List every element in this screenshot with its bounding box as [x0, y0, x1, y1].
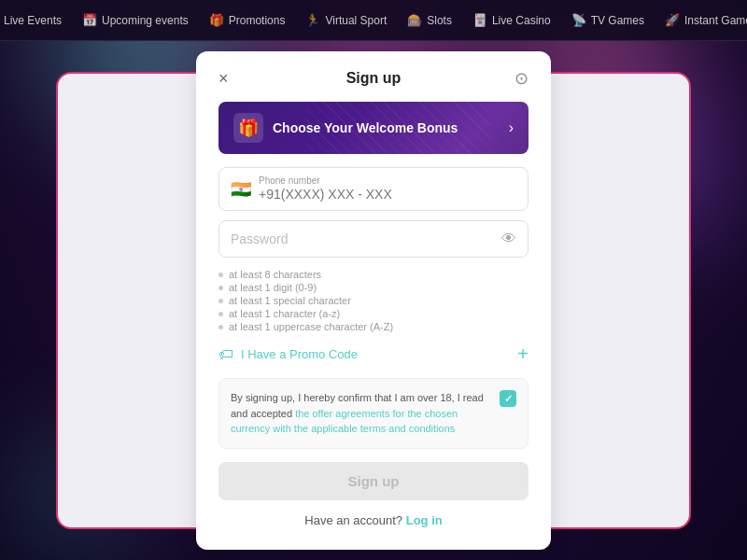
requirement-text: at least 1 uppercase character (A-Z) [229, 321, 393, 332]
requirement-dot [218, 286, 223, 290]
requirement-text: at least 1 special character [229, 295, 351, 306]
checkmark-icon: ✓ [504, 393, 513, 405]
nav-tv-games[interactable]: 📡 TV Games [564, 9, 652, 31]
requirement-text: at least 1 character (a-z) [229, 308, 340, 319]
terms-area: By signing up, I hereby confirm that I a… [218, 378, 529, 449]
promo-text: I Have a Promo Code [241, 347, 358, 361]
modal-header: × Sign up ⊙ [218, 70, 529, 87]
main-content: × Sign up ⊙ 🎁 Choose Your Welcome Bonus … [0, 41, 747, 560]
requirement-item: at least 1 digit (0-9) [218, 282, 529, 293]
terms-checkbox[interactable]: ✓ [500, 390, 516, 407]
requirement-item: at least 1 character (a-z) [218, 308, 529, 319]
requirement-dot [218, 273, 223, 277]
nav-slots[interactable]: 🎰 Slots [400, 9, 459, 31]
instant-games-icon: 🚀 [665, 13, 680, 27]
help-icon: ⊙ [514, 69, 529, 88]
nav-instant-games[interactable]: 🚀 Instant Games [657, 9, 747, 31]
nav-slots-label: Slots [427, 14, 452, 27]
india-flag-icon: 🇮🇳 [231, 181, 251, 198]
have-account-text: Have an account? [304, 513, 402, 527]
requirement-text: at least 8 characters [229, 269, 321, 280]
promotions-icon: 🎁 [209, 13, 224, 27]
requirement-item: at least 8 characters [218, 269, 529, 280]
promo-code-row: 🏷 I Have a Promo Code + [218, 343, 529, 365]
slots-icon: 🎰 [407, 13, 422, 27]
bonus-arrow-icon: › [509, 119, 514, 136]
password-requirements: at least 8 charactersat least 1 digit (0… [218, 269, 529, 332]
promo-icon: 🏷 [218, 346, 233, 363]
signup-modal: × Sign up ⊙ 🎁 Choose Your Welcome Bonus … [196, 51, 551, 550]
nav-instant-games-label: Instant Games [684, 14, 747, 27]
requirement-text: at least 1 digit (0-9) [229, 282, 317, 293]
requirement-dot [218, 325, 223, 329]
virtual-sport-icon: 🏃 [305, 13, 320, 27]
nav-tv-games-label: TV Games [591, 14, 644, 27]
login-link[interactable]: Log in [406, 513, 443, 527]
upcoming-events-icon: 📅 [82, 13, 97, 27]
nav-live-events[interactable]: ▶ Live Events [0, 9, 69, 31]
eye-icon[interactable]: 👁 [501, 231, 516, 247]
nav-promotions-label: Promotions [229, 14, 286, 27]
requirement-item: at least 1 special character [218, 295, 529, 306]
close-button[interactable]: × [218, 70, 229, 87]
help-button[interactable]: ⊙ [514, 68, 529, 89]
bonus-text: Choose Your Welcome Bonus [273, 120, 458, 135]
modal-title: Sign up [346, 70, 402, 87]
phone-input[interactable] [259, 187, 516, 202]
welcome-bonus-banner[interactable]: 🎁 Choose Your Welcome Bonus › [218, 102, 529, 154]
nav-live-casino[interactable]: 🃏 Live Casino [465, 9, 558, 31]
requirement-dot [218, 299, 223, 303]
signup-button[interactable]: Sign up [218, 462, 529, 500]
bonus-gift-icon: 🎁 [233, 113, 263, 143]
bonus-left: 🎁 Choose Your Welcome Bonus [233, 113, 458, 143]
requirement-dot [218, 312, 223, 316]
nav-upcoming-events-label: Upcoming events [102, 14, 189, 27]
phone-input-wrapper[interactable]: 🇮🇳 Phone number [218, 167, 529, 211]
nav-live-casino-label: Live Casino [492, 14, 551, 27]
outer-card: × Sign up ⊙ 🎁 Choose Your Welcome Bonus … [56, 72, 691, 529]
terms-text: By signing up, I hereby confirm that I a… [231, 390, 490, 437]
tv-games-icon: 📡 [571, 13, 586, 27]
password-wrapper[interactable]: Password 👁 [218, 220, 529, 258]
nav-upcoming-events[interactable]: 📅 Upcoming events [75, 9, 196, 31]
nav-live-events-label: Live Events [4, 14, 62, 27]
requirement-item: at least 1 uppercase character (A-Z) [218, 321, 529, 332]
have-account-section: Have an account? Log in [218, 513, 529, 527]
navbar: ▶ Live Events 📅 Upcoming events 🎁 Promot… [0, 0, 747, 41]
nav-virtual-sport-label: Virtual Sport [325, 14, 387, 27]
nav-virtual-sport[interactable]: 🏃 Virtual Sport [298, 9, 394, 31]
password-label: Password [231, 231, 288, 246]
phone-input-inner: Phone number [259, 175, 516, 203]
phone-label: Phone number [259, 175, 516, 186]
nav-promotions[interactable]: 🎁 Promotions [202, 9, 293, 31]
promo-code-toggle[interactable]: 🏷 I Have a Promo Code [218, 346, 358, 363]
live-casino-icon: 🃏 [472, 13, 487, 27]
promo-plus-button[interactable]: + [517, 343, 529, 365]
